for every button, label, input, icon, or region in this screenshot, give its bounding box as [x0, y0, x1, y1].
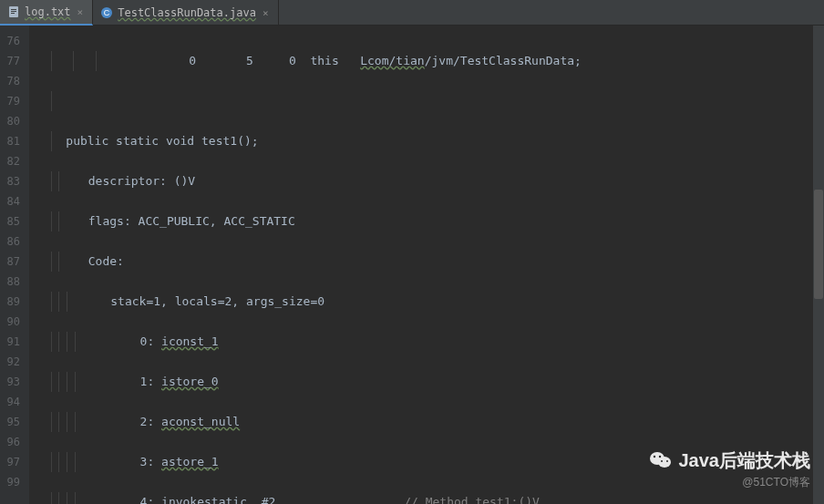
line-number: 90 [0, 312, 20, 332]
svg-rect-1 [11, 9, 16, 10]
svg-point-9 [658, 456, 660, 458]
wechat-icon [648, 447, 674, 473]
line-number: 86 [0, 231, 20, 252]
code-line: descriptor: ()V [29, 171, 824, 191]
line-number: 96 [0, 432, 20, 452]
watermark-sub: @51CTO博客 [742, 475, 810, 490]
line-number: 89 [0, 292, 20, 312]
line-number: 94 [0, 392, 20, 412]
close-icon[interactable]: × [261, 7, 271, 19]
code-line: 0: iconst_1 [29, 332, 824, 352]
line-number: 93 [0, 372, 20, 392]
line-gutter: 76 77 78 79 80 81 82 83 84 85 86 87 88 8… [0, 26, 29, 504]
scroll-thumb[interactable] [814, 190, 823, 299]
svg-text:C: C [104, 8, 110, 17]
java-class-icon: C [100, 6, 113, 19]
line-number: 78 [0, 71, 20, 91]
line-number: 92 [0, 352, 20, 372]
svg-point-10 [661, 460, 663, 462]
svg-rect-2 [11, 11, 16, 12]
line-number: 88 [0, 272, 20, 292]
line-number: 99 [0, 472, 20, 492]
vertical-scrollbar[interactable] [813, 26, 824, 504]
code-line: 2: aconst_null [29, 412, 824, 432]
line-number: 91 [0, 332, 20, 352]
close-icon[interactable]: × [76, 6, 86, 18]
code-line: 4: invokestatic #2 // Method test1:()V [29, 492, 824, 504]
code-line: public static void test1(); [29, 131, 824, 151]
line-number: 77 [0, 51, 20, 71]
tab-label: log.txt [25, 5, 71, 18]
code-line: 0 5 0 this Lcom/tian/jvm/TestClassRunDat… [29, 51, 824, 71]
editor-tabs: log.txt × C TestClassRunData.java × [0, 0, 824, 26]
watermark: Java后端技术栈 @51CTO博客 [648, 447, 811, 490]
line-number: 83 [0, 171, 20, 191]
code-line: Code: [29, 252, 824, 272]
line-number: 85 [0, 211, 20, 231]
line-number: 82 [0, 151, 20, 171]
tab-label: TestClassRunData.java [118, 6, 256, 19]
line-number: 79 [0, 91, 20, 111]
line-number: 87 [0, 252, 20, 272]
code-content[interactable]: 0 5 0 this Lcom/tian/jvm/TestClassRunDat… [29, 26, 824, 504]
line-number: 84 [0, 191, 20, 211]
text-file-icon [7, 5, 20, 18]
svg-point-8 [653, 456, 654, 458]
watermark-text: Java后端技术栈 [679, 448, 811, 473]
code-line [29, 91, 824, 111]
line-number: 97 [0, 452, 20, 472]
code-line: stack=1, locals=2, args_size=0 [29, 292, 824, 312]
svg-rect-3 [11, 13, 15, 14]
line-number: 95 [0, 412, 20, 432]
svg-point-7 [658, 457, 671, 468]
tab-java-file[interactable]: C TestClassRunData.java × [93, 0, 278, 26]
editor-area: 76 77 78 79 80 81 82 83 84 85 86 87 88 8… [0, 26, 824, 504]
tab-log-txt[interactable]: log.txt × [0, 0, 93, 26]
line-number: 80 [0, 111, 20, 131]
svg-point-11 [666, 460, 668, 462]
line-number: 81 [0, 131, 20, 151]
line-number: 76 [0, 31, 20, 51]
code-line: flags: ACC_PUBLIC, ACC_STATIC [29, 211, 824, 231]
code-line: 1: istore_0 [29, 372, 824, 392]
